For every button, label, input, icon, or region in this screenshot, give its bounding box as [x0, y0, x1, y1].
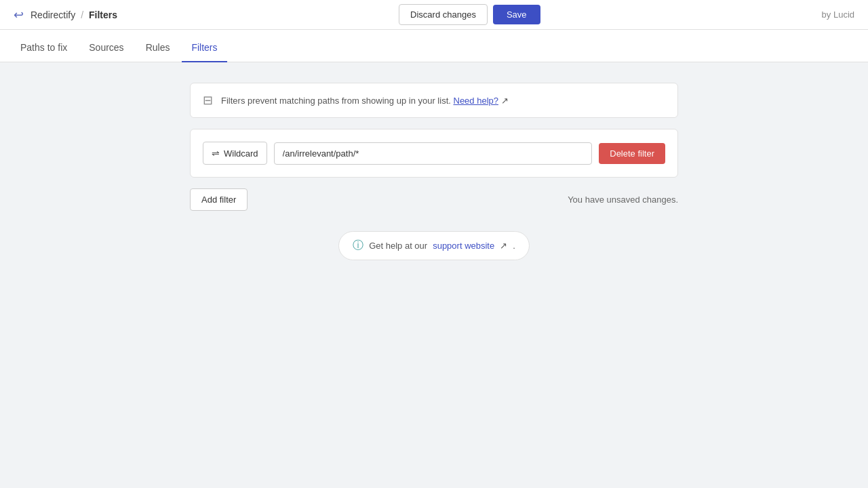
support-suffix: . — [513, 241, 515, 251]
discard-button[interactable]: Discard changes — [399, 4, 488, 25]
support-pill: ⓘ Get help at our support website ↗ . — [338, 231, 530, 260]
bottom-row: Add filter You have unsaved changes. — [190, 188, 678, 211]
topbar-byline: by Lucid — [822, 0, 854, 30]
topbar: ↩ Redirectify / Filters Discard changes … — [0, 0, 868, 30]
app-icon: ↩ — [14, 7, 24, 22]
main-content: ⊟ Filters prevent matching paths from sh… — [176, 83, 692, 260]
save-button[interactable]: Save — [493, 5, 540, 24]
breadcrumb: ↩ Redirectify / Filters — [14, 7, 117, 22]
help-circle-icon: ⓘ — [353, 239, 363, 253]
support-text: Get help at our — [369, 241, 427, 251]
info-text: Filters prevent matching paths from show… — [221, 96, 509, 106]
page-title: Filters — [89, 9, 117, 20]
tab-filters[interactable]: Filters — [182, 34, 226, 62]
tab-paths[interactable]: Paths to fix — [11, 34, 77, 62]
tab-sources[interactable]: Sources — [79, 34, 133, 62]
filter-type-label: Wildcard — [224, 148, 258, 159]
unsaved-changes-text: You have unsaved changes. — [568, 195, 678, 205]
delete-filter-button[interactable]: Delete filter — [599, 143, 665, 164]
tab-rules[interactable]: Rules — [136, 34, 180, 62]
support-website-link[interactable]: support website — [433, 241, 494, 251]
external-link-icon-2: ↗ — [500, 241, 507, 251]
info-banner: ⊟ Filters prevent matching paths from sh… — [190, 83, 678, 118]
topbar-actions: Discard changes Save — [399, 4, 540, 25]
support-banner: ⓘ Get help at our support website ↗ . — [190, 231, 678, 260]
filter-info-icon: ⊟ — [203, 93, 213, 108]
filter-row: ⇌ Wildcard Delete filter — [203, 142, 665, 165]
breadcrumb-separator: / — [81, 9, 83, 20]
app-name: Redirectify — [31, 9, 75, 20]
add-filter-button[interactable]: Add filter — [190, 188, 248, 211]
filter-type-button[interactable]: ⇌ Wildcard — [203, 142, 267, 165]
filter-card: ⇌ Wildcard Delete filter — [190, 129, 678, 178]
external-link-icon: ↗ — [501, 96, 509, 106]
nav-tabs: Paths to fix Sources Rules Filters — [0, 30, 868, 62]
need-help-link[interactable]: Need help? — [454, 96, 499, 106]
wildcard-icon: ⇌ — [212, 148, 220, 159]
filter-path-input[interactable] — [274, 142, 593, 165]
